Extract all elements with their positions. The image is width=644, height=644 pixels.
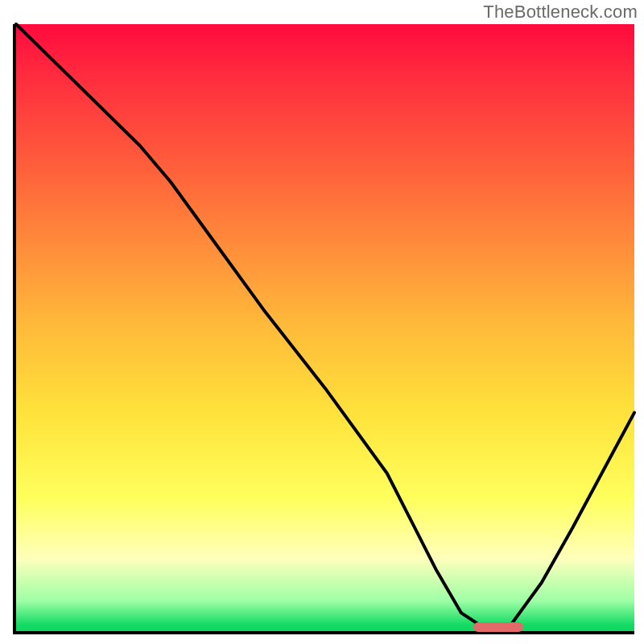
bottleneck-curve: [16, 24, 634, 625]
curve-svg: [16, 24, 634, 631]
watermark-text: TheBottleneck.com: [483, 2, 638, 23]
plot-area: [13, 24, 634, 634]
optimal-range-marker: [473, 622, 522, 632]
chart-container: TheBottleneck.com: [0, 0, 644, 644]
